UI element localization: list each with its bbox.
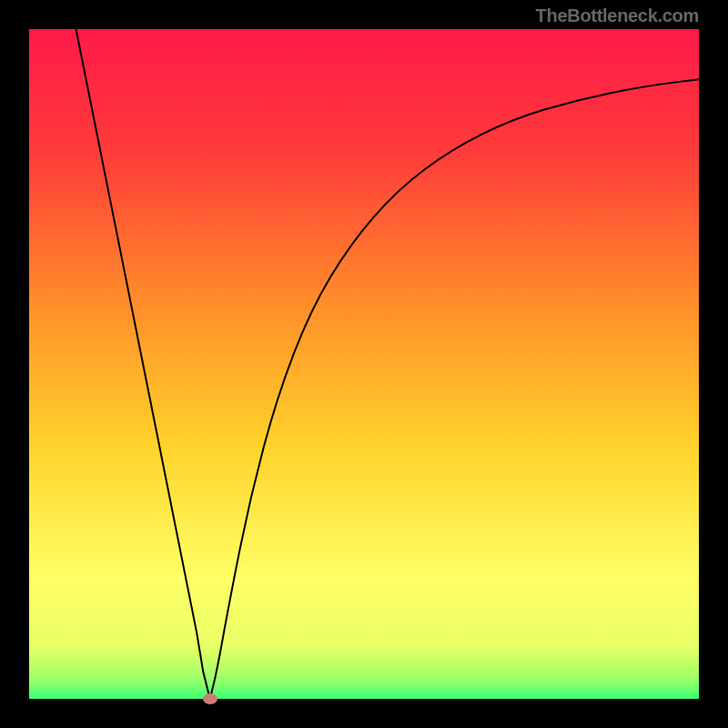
chart-stage: TheBottleneck.com bbox=[0, 0, 728, 728]
watermark-text: TheBottleneck.com bbox=[536, 5, 699, 26]
minimum-marker bbox=[203, 693, 217, 704]
bottleneck-curve bbox=[29, 29, 699, 699]
